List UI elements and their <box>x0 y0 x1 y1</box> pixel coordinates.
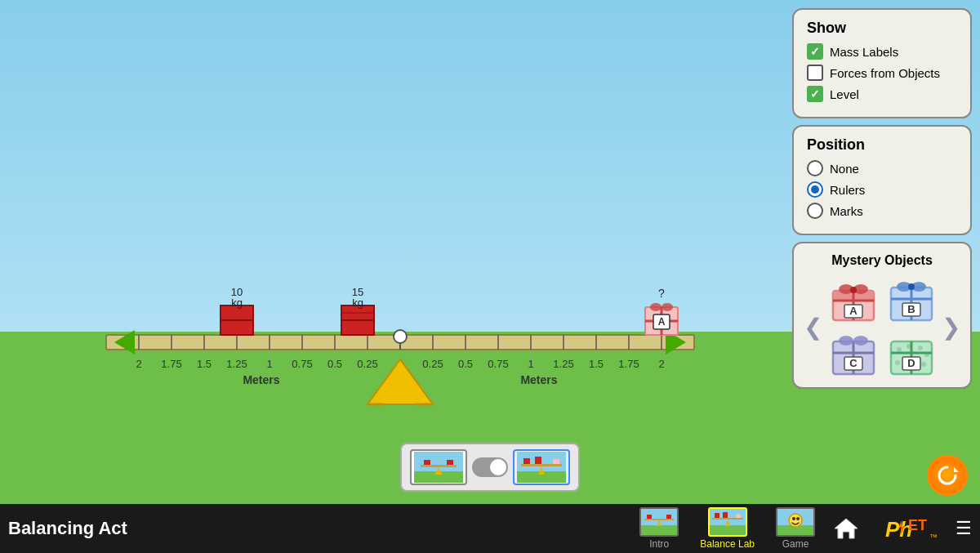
svg-rect-96 <box>421 465 457 467</box>
home-button[interactable] <box>830 512 862 545</box>
none-label: None <box>830 162 859 176</box>
svg-rect-115 <box>710 525 746 535</box>
svg-text:A: A <box>849 305 858 317</box>
menu-button[interactable]: ☰ <box>956 518 972 539</box>
svg-point-13 <box>394 330 407 343</box>
forces-label: Forces from Objects <box>830 66 940 80</box>
nav-icon-intro <box>639 507 679 537</box>
svg-rect-106 <box>553 459 559 464</box>
svg-text:A: A <box>658 316 666 328</box>
svg-rect-47 <box>341 320 374 335</box>
svg-point-88 <box>895 360 900 365</box>
svg-rect-112 <box>647 515 652 519</box>
svg-text:0.5: 0.5 <box>458 358 473 370</box>
reset-button[interactable] <box>927 455 968 496</box>
svg-text:2: 2 <box>136 358 141 370</box>
mystery-objects-panel: Mystery Objects ❮ <box>792 242 972 389</box>
marks-radio[interactable] <box>807 203 823 219</box>
svg-text:Meters: Meters <box>520 373 557 386</box>
show-panel: Show Mass Labels Forces from Objects Lev… <box>792 8 972 118</box>
svg-marker-40 <box>114 330 135 355</box>
mass-labels-label: Mass Labels <box>830 45 898 59</box>
nav-item-intro[interactable]: Intro <box>633 504 685 553</box>
svg-rect-120 <box>736 514 741 518</box>
position-panel-title: Position <box>807 136 957 154</box>
nav-item-balance-lab[interactable]: Balance Lab <box>693 504 761 553</box>
app-title: Balancing Act <box>8 518 127 539</box>
level-row[interactable]: Level <box>807 86 957 102</box>
svg-text:1.5: 1.5 <box>197 358 212 370</box>
svg-rect-119 <box>723 512 728 518</box>
svg-rect-110 <box>644 519 674 520</box>
svg-rect-118 <box>715 513 719 518</box>
svg-text:2: 2 <box>658 358 664 370</box>
mystery-left-arrow[interactable]: ❮ <box>804 314 822 341</box>
mystery-grid-wrapper: ❮ A <box>804 276 960 377</box>
svg-point-89 <box>921 362 926 367</box>
forces-checkbox[interactable] <box>807 65 823 81</box>
svg-text:1: 1 <box>266 358 272 370</box>
mystery-grid: A B <box>827 276 937 377</box>
svg-marker-126 <box>835 519 858 538</box>
svg-point-79 <box>839 336 853 346</box>
svg-text:1.5: 1.5 <box>589 358 604 370</box>
svg-text:B: B <box>907 303 915 315</box>
mystery-item-a[interactable]: A <box>830 276 877 323</box>
svg-text:1.75: 1.75 <box>161 358 181 370</box>
forces-row[interactable]: Forces from Objects <box>807 65 957 81</box>
svg-rect-98 <box>424 460 430 465</box>
rulers-radio[interactable] <box>807 181 823 198</box>
intro-mode-button[interactable] <box>410 449 467 485</box>
mass-labels-row[interactable]: Mass Labels <box>807 43 957 60</box>
none-row[interactable]: None <box>807 160 957 176</box>
svg-text:1.75: 1.75 <box>618 358 639 370</box>
svg-rect-102 <box>521 464 562 466</box>
svg-point-54 <box>650 303 662 311</box>
svg-point-55 <box>662 303 673 311</box>
svg-text:0.75: 0.75 <box>292 358 312 370</box>
svg-text:Meters: Meters <box>243 373 279 386</box>
phet-logo: Ph ET ™ <box>884 514 941 543</box>
position-panel: Position None Rulers Marks <box>792 125 972 235</box>
svg-point-73 <box>908 283 915 290</box>
mystery-item-c[interactable]: C <box>830 330 877 377</box>
svg-text:™: ™ <box>929 533 938 542</box>
svg-text:C: C <box>849 357 858 369</box>
nav-icon-game <box>776 507 815 537</box>
svg-text:0.25: 0.25 <box>357 358 377 370</box>
svg-point-80 <box>853 336 868 346</box>
nav-game-label: Game <box>782 538 809 550</box>
rulers-row[interactable]: Rulers <box>807 181 957 198</box>
mystery-right-arrow[interactable]: ❯ <box>942 314 960 341</box>
svg-text:?: ? <box>658 287 665 300</box>
svg-point-125 <box>796 517 800 520</box>
svg-point-84 <box>897 347 902 352</box>
nav-item-game[interactable]: Game <box>769 504 822 553</box>
mass-labels-checkbox[interactable] <box>807 43 823 60</box>
taskbar: Balancing Act Intro <box>0 504 980 553</box>
mystery-objects-title: Mystery Objects <box>804 253 960 268</box>
balance-scene-svg: 2 1.75 1.5 1.25 1 0.75 0.5 0.25 0.25 0.5… <box>82 229 719 408</box>
mystery-item-b[interactable]: B <box>888 276 935 323</box>
mystery-item-d[interactable]: D <box>888 330 935 377</box>
marks-row[interactable]: Marks <box>807 203 957 219</box>
balance-lab-mode-button[interactable] <box>513 449 570 485</box>
rulers-label: Rulers <box>830 183 865 197</box>
svg-rect-109 <box>641 525 677 535</box>
bottom-controls <box>400 443 580 492</box>
svg-point-86 <box>918 346 923 350</box>
svg-text:D: D <box>907 357 915 369</box>
right-panel: Show Mass Labels Forces from Objects Lev… <box>792 8 972 389</box>
svg-text:1.25: 1.25 <box>553 358 573 370</box>
svg-point-124 <box>792 517 795 520</box>
none-radio[interactable] <box>807 160 823 176</box>
svg-text:0.75: 0.75 <box>488 358 508 370</box>
svg-rect-105 <box>535 457 541 464</box>
svg-point-65 <box>850 287 857 293</box>
app-container: 2 1.75 1.5 1.25 1 0.75 0.5 0.25 0.25 0.5… <box>0 0 980 553</box>
mode-toggle[interactable] <box>472 457 508 477</box>
svg-text:1: 1 <box>528 358 533 370</box>
level-checkbox[interactable] <box>807 86 823 102</box>
svg-text:1.25: 1.25 <box>226 358 247 370</box>
svg-rect-116 <box>712 518 743 520</box>
